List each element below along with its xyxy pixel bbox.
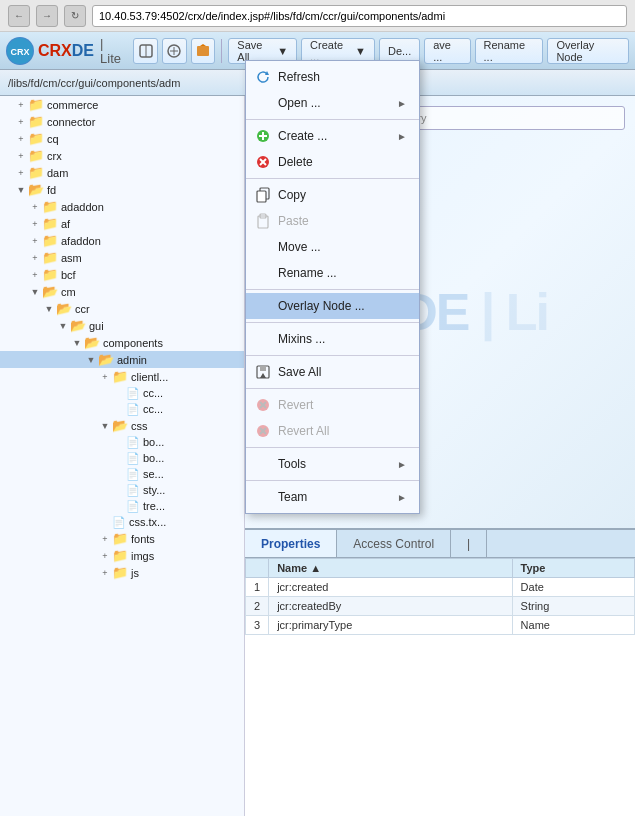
list-item[interactable]: 📄 css.tx... bbox=[0, 514, 244, 530]
expand-icon[interactable]: + bbox=[98, 370, 112, 384]
tab-access-control[interactable]: Access Control bbox=[337, 530, 451, 557]
toolbar-icon-1[interactable] bbox=[133, 38, 158, 64]
address-bar[interactable]: 10.40.53.79:4502/crx/de/index.jsp#/libs/… bbox=[92, 5, 627, 27]
svg-text:CRX: CRX bbox=[10, 47, 29, 57]
forward-button[interactable]: → bbox=[36, 5, 58, 27]
menu-item-refresh[interactable]: Refresh bbox=[246, 64, 419, 90]
expand-icon[interactable]: + bbox=[28, 217, 42, 231]
menu-item-save-all[interactable]: Save All bbox=[246, 359, 419, 385]
expand-icon[interactable]: + bbox=[28, 234, 42, 248]
toolbar-icon-2[interactable] bbox=[162, 38, 187, 64]
save-button[interactable]: ave ... bbox=[424, 38, 470, 64]
menu-item-overlay[interactable]: Overlay Node ... bbox=[246, 293, 419, 319]
toolbar-sep-1 bbox=[221, 39, 222, 63]
save-all-arrow: ▼ bbox=[277, 45, 288, 57]
create-arrow: ▼ bbox=[355, 45, 366, 57]
list-item[interactable]: ▼ 📂 fd bbox=[0, 181, 244, 198]
expand-icon[interactable]: + bbox=[14, 132, 28, 146]
menu-item-open[interactable]: Open ... ► bbox=[246, 90, 419, 116]
expand-icon[interactable]: + bbox=[14, 115, 28, 129]
menu-item-move[interactable]: Move ... bbox=[246, 234, 419, 260]
expand-icon[interactable]: ▼ bbox=[70, 336, 84, 350]
rename-button[interactable]: Rename ... bbox=[475, 38, 544, 64]
toolbar-icon-3[interactable] bbox=[191, 38, 216, 64]
menu-refresh-label: Refresh bbox=[278, 70, 407, 84]
folder-icon: 📁 bbox=[112, 548, 128, 563]
expand-icon[interactable]: + bbox=[28, 200, 42, 214]
list-item[interactable]: + 📁 cq bbox=[0, 130, 244, 147]
overlay-button[interactable]: Overlay Node bbox=[547, 38, 629, 64]
list-item[interactable]: + 📁 imgs bbox=[0, 547, 244, 564]
list-item[interactable]: + 📁 adaddon bbox=[0, 198, 244, 215]
back-button[interactable]: ← bbox=[8, 5, 30, 27]
list-item[interactable]: + 📁 clientl... bbox=[0, 368, 244, 385]
overlay-label: Overlay Node bbox=[556, 39, 620, 63]
menu-item-tools[interactable]: Tools ► bbox=[246, 451, 419, 477]
list-item[interactable]: + 📁 connector bbox=[0, 113, 244, 130]
refresh-button[interactable]: ↻ bbox=[64, 5, 86, 27]
folder-icon: 📁 bbox=[112, 531, 128, 546]
menu-item-revert-all[interactable]: Revert All bbox=[246, 418, 419, 444]
expand-icon[interactable]: ▼ bbox=[98, 419, 112, 433]
list-item[interactable]: ▼ 📂 cm bbox=[0, 283, 244, 300]
table-row[interactable]: 3 jcr:primaryType Name bbox=[246, 616, 635, 635]
file-icon: 📄 bbox=[126, 436, 140, 449]
menu-item-mixins[interactable]: Mixins ... bbox=[246, 326, 419, 352]
expand-icon[interactable]: + bbox=[28, 268, 42, 282]
expand-icon[interactable]: + bbox=[14, 149, 28, 163]
list-item[interactable]: 📄 cc... bbox=[0, 401, 244, 417]
lite-text: | Lite bbox=[100, 36, 121, 66]
crxde-logo: CRX CRXDE | Lite bbox=[6, 36, 121, 66]
expand-icon[interactable]: + bbox=[28, 251, 42, 265]
list-item[interactable]: + 📁 commerce bbox=[0, 96, 244, 113]
rename-icon bbox=[254, 264, 272, 282]
property-type: String bbox=[512, 597, 634, 616]
list-item[interactable]: 📄 sty... bbox=[0, 482, 244, 498]
menu-item-team[interactable]: Team ► bbox=[246, 484, 419, 510]
expand-icon[interactable]: + bbox=[98, 566, 112, 580]
menu-item-revert[interactable]: Revert bbox=[246, 392, 419, 418]
expand-icon[interactable]: ▼ bbox=[14, 183, 28, 197]
expand-icon[interactable]: + bbox=[98, 549, 112, 563]
list-item[interactable]: + 📁 fonts bbox=[0, 530, 244, 547]
list-item[interactable]: 📄 se... bbox=[0, 466, 244, 482]
expand-icon[interactable]: ▼ bbox=[84, 353, 98, 367]
list-item[interactable]: ▼ 📂 gui bbox=[0, 317, 244, 334]
list-item[interactable]: ▼ 📂 components bbox=[0, 334, 244, 351]
list-item[interactable]: + 📁 asm bbox=[0, 249, 244, 266]
list-item[interactable]: ▼ 📂 admin bbox=[0, 351, 244, 368]
expand-icon[interactable]: ▼ bbox=[56, 319, 70, 333]
table-row[interactable]: 1 jcr:created Date bbox=[246, 578, 635, 597]
list-item[interactable]: + 📁 dam bbox=[0, 164, 244, 181]
menu-item-rename[interactable]: Rename ... bbox=[246, 260, 419, 286]
menu-item-paste[interactable]: Paste bbox=[246, 208, 419, 234]
list-item[interactable]: ▼ 📂 css bbox=[0, 417, 244, 434]
row-number: 1 bbox=[246, 578, 269, 597]
expand-icon[interactable]: ▼ bbox=[28, 285, 42, 299]
folder-icon: 📂 bbox=[70, 318, 86, 333]
table-row[interactable]: 2 jcr:createdBy String bbox=[246, 597, 635, 616]
list-item[interactable]: 📄 tre... bbox=[0, 498, 244, 514]
menu-separator-1 bbox=[246, 119, 419, 120]
list-item[interactable]: + 📁 af bbox=[0, 215, 244, 232]
tab-access-control-label: Access Control bbox=[353, 537, 434, 551]
menu-item-delete[interactable]: Delete bbox=[246, 149, 419, 175]
expand-icon[interactable]: + bbox=[14, 166, 28, 180]
list-item[interactable]: + 📁 js bbox=[0, 564, 244, 581]
list-item[interactable]: + 📁 afaddon bbox=[0, 232, 244, 249]
list-item[interactable]: + 📁 crx bbox=[0, 147, 244, 164]
expand-icon[interactable]: + bbox=[98, 532, 112, 546]
expand-icon[interactable]: + bbox=[14, 98, 28, 112]
tab-properties[interactable]: Properties bbox=[245, 530, 337, 557]
list-item[interactable]: ▼ 📂 ccr bbox=[0, 300, 244, 317]
menu-overlay-label: Overlay Node ... bbox=[278, 299, 407, 313]
menu-item-copy[interactable]: Copy bbox=[246, 182, 419, 208]
list-item[interactable]: 📄 cc... bbox=[0, 385, 244, 401]
tab-extra[interactable]: | bbox=[451, 530, 487, 557]
list-item[interactable]: 📄 bo... bbox=[0, 434, 244, 450]
list-item[interactable]: + 📁 bcf bbox=[0, 266, 244, 283]
menu-item-create[interactable]: Create ... ► bbox=[246, 123, 419, 149]
expand-icon[interactable]: ▼ bbox=[42, 302, 56, 316]
expand-icon bbox=[112, 483, 126, 497]
list-item[interactable]: 📄 bo... bbox=[0, 450, 244, 466]
